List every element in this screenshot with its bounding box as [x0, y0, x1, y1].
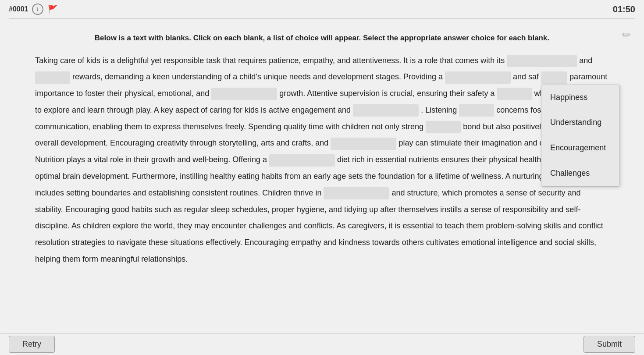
blank-4[interactable]: Happiness Understanding Encouragement Ch…: [541, 71, 567, 84]
dropdown-option-understanding[interactable]: Understanding: [541, 110, 619, 135]
blank-9[interactable]: [426, 121, 461, 133]
instruction: Below is a text with blanks. Click on ea…: [35, 32, 609, 44]
blank-6[interactable]: [497, 88, 532, 100]
blank-2[interactable]: [35, 71, 70, 84]
blank-3[interactable]: [445, 71, 511, 84]
info-icon[interactable]: i: [32, 4, 43, 15]
dropdown-option-encouragement[interactable]: Encouragement: [541, 135, 619, 161]
blank-1[interactable]: [507, 55, 577, 67]
content-area: Taking care of kids is a delightful yet …: [35, 53, 609, 268]
text-1: Taking care of kids is a delightful yet …: [35, 56, 507, 65]
blank-10[interactable]: [331, 138, 396, 150]
submit-button[interactable]: Submit: [584, 336, 635, 353]
timer: 01:50: [613, 4, 635, 14]
text-8: . Listening: [421, 106, 457, 114]
bottom-bar: Retry Submit: [0, 333, 644, 355]
blank-7[interactable]: [353, 104, 419, 117]
top-bar: #0001 i 🚩 01:50: [0, 0, 644, 18]
blank-5[interactable]: [211, 88, 277, 100]
text-4: and saf: [513, 72, 539, 81]
retry-button[interactable]: Retry: [9, 336, 55, 353]
text-3: rewards, demanding a keen understanding …: [72, 72, 445, 81]
item-id: #0001: [9, 5, 28, 13]
top-left: #0001 i 🚩: [9, 4, 58, 15]
blank-8[interactable]: [459, 104, 494, 117]
dropdown-menu: Happiness Understanding Encouragement Ch…: [541, 85, 620, 187]
text-6: growth. Attentive supervision is crucial…: [279, 89, 495, 98]
blank-11[interactable]: [269, 154, 335, 167]
text-2: and: [579, 56, 592, 65]
flag-icon[interactable]: 🚩: [47, 4, 58, 15]
dropdown-option-challenges[interactable]: Challenges: [541, 161, 619, 186]
dropdown-option-happiness[interactable]: Happiness: [541, 85, 619, 110]
blank-12[interactable]: [324, 187, 389, 199]
pencil-icon[interactable]: ✏: [618, 26, 635, 44]
text-13: and structure, which promotes a sense of…: [35, 188, 603, 263]
divider: [9, 18, 635, 19]
